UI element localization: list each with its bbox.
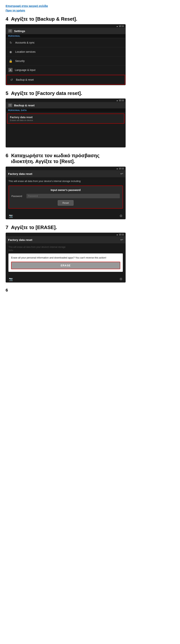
factory-reset-title-bar: Factory data reset ↩ xyxy=(6,170,126,177)
wifi-icon-6 xyxy=(116,167,118,170)
backup-title-icon: ☰ xyxy=(8,104,12,107)
step6-heading: 6 Καταχωρήστε τον κωδικό πρόσβασης ιδιοκ… xyxy=(6,153,174,164)
status-bar-7: 12:11 xyxy=(6,233,126,236)
settings-title-bar: ☰ Settings xyxy=(6,28,126,34)
menu-item-backup-wrapper: ↺ Backup & reset xyxy=(6,75,125,84)
location-icon: ◉ xyxy=(8,50,13,54)
factory-reset-title-bar-7: Factory data reset ↩ xyxy=(6,236,126,243)
step7-instruction: Αγγίξτε το [ERASE]. xyxy=(11,224,57,230)
settings-gear-icon-7[interactable]: ⚙ xyxy=(120,277,122,281)
settings-title: Settings xyxy=(14,30,25,33)
step5-heading: 5 Αγγίξτε το [Factory data reset]. xyxy=(6,90,174,96)
page-number: 6 xyxy=(6,288,174,293)
step4-number: 4 xyxy=(6,16,8,22)
menu-item-language[interactable]: A Language & input xyxy=(6,66,126,74)
erase-confirm-dialog: Erase all your personal information and … xyxy=(8,254,123,272)
step7-heading: 7 Αγγίξτε το [ERASE]. xyxy=(6,224,174,230)
menu-label-security: Security xyxy=(15,60,25,62)
factory-data-reset-item[interactable]: Factory data reset Erases all data on de… xyxy=(7,114,124,124)
step4-heading: 4 Αγγίξτε το [Backup & Reset]. xyxy=(6,16,174,22)
menu-item-location[interactable]: ◉ Location services xyxy=(6,47,126,56)
status-time-7: 12:11 xyxy=(119,233,124,236)
status-bar-4: 12:11 xyxy=(6,24,126,28)
factory-sub: Erases all data on device xyxy=(10,119,121,121)
erase-button[interactable]: ERASE xyxy=(12,262,120,269)
step6-body-text: This will erase all data from your devic… xyxy=(8,180,123,183)
settings-icon: ☰ xyxy=(8,29,12,33)
menu-item-security[interactable]: 🔒 Security xyxy=(6,56,126,66)
step6-instruction-line1: Καταχωρήστε τον κωδικό πρόσβασης xyxy=(11,153,100,158)
status-time-4: 12:11 xyxy=(119,25,124,27)
step7-screen: 12:11 Factory data reset ↩ This will era… xyxy=(6,232,126,282)
step6-number: 6 xyxy=(6,153,8,158)
section-label-personal-data: PERSONAL DATA xyxy=(6,108,126,112)
navigation-links: Επιστροφή στην αρχική σελίδα Πριν τη χρή… xyxy=(6,4,174,13)
menu-item-backup[interactable]: ↺ Backup & reset xyxy=(6,75,125,84)
menu-label-location: Location services xyxy=(15,50,36,53)
step5-instruction: Αγγίξτε το [Factory data reset]. xyxy=(11,90,82,96)
step7-number: 7 xyxy=(6,224,8,230)
step5-screen: 12:11 ☰ Backup & reset PERSONAL DATA Fac… xyxy=(6,98,126,148)
status-bar-5: 12:11 xyxy=(6,99,126,102)
step7-body: This will erase all data from your devic… xyxy=(6,243,126,276)
status-time-5: 12:11 xyxy=(119,99,124,102)
accounts-icon: ↻ xyxy=(8,40,13,45)
step6-body: This will erase all data from your devic… xyxy=(6,177,126,213)
step6-instruction-line2: ιδιοκτήτη. Αγγίξτε το [Rest]. xyxy=(11,158,75,164)
bottom-bar-7: 📷 ⚙ xyxy=(6,276,126,282)
home-link[interactable]: Επιστροφή στην αρχική σελίδα xyxy=(6,4,174,8)
backup-title: Backup & reset xyxy=(14,104,34,107)
factory-title: Factory data reset xyxy=(10,116,121,119)
camera-icon-7: 📷 xyxy=(9,277,13,281)
factory-reset-title: Factory data reset xyxy=(8,172,32,176)
step6-screen: 12:11 Factory data reset ↩ This will era… xyxy=(6,166,126,219)
menu-label-backup: Backup & reset xyxy=(16,78,34,81)
menu-label-accounts: Accounts & sync xyxy=(15,41,35,44)
step4-screen: 12:11 ☰ Settings PERSONAL ↻ Accounts & s… xyxy=(6,24,126,85)
section-label-personal: PERSONAL xyxy=(6,34,126,38)
step5-number: 5 xyxy=(6,90,8,96)
bottom-bar-6: 📷 ⚙ xyxy=(6,213,126,219)
language-icon: A xyxy=(8,68,12,72)
step7-bg-text-line1: This will erase all data from your devic… xyxy=(8,246,66,248)
status-time-6: 12:11 xyxy=(119,167,124,170)
password-input[interactable] xyxy=(26,194,120,198)
back-arrow-7[interactable]: ↩ xyxy=(120,238,123,242)
settings-gear-icon-6[interactable]: ⚙ xyxy=(120,214,122,218)
menu-item-accounts[interactable]: ↻ Accounts & sync xyxy=(6,38,126,47)
camera-icon-6: 📷 xyxy=(9,214,13,218)
wifi-icon-4 xyxy=(116,25,118,27)
step7-bg-text-line2: inclu xyxy=(8,249,13,252)
password-label: Password xyxy=(12,195,24,198)
backup-icon: ↺ xyxy=(9,78,14,82)
back-arrow-6[interactable]: ↩ xyxy=(120,172,123,176)
status-bar-6: 12:11 xyxy=(6,167,126,170)
wifi-icon-7 xyxy=(116,233,118,236)
password-row: Password xyxy=(12,194,120,198)
security-icon: 🔒 xyxy=(8,59,13,63)
menu-label-language: Language & input xyxy=(15,68,36,72)
wifi-icon-5 xyxy=(116,99,118,102)
step4-instruction: Αγγίξτε το [Backup & Reset]. xyxy=(11,16,77,22)
step7-bg-text: This will erase all data from your devic… xyxy=(8,246,123,252)
backup-title-bar: ☰ Backup & reset xyxy=(6,102,126,108)
screen5-empty xyxy=(6,125,126,147)
before-use-link[interactable]: Πριν τη χρήση xyxy=(6,8,174,13)
erase-button-wrapper: ERASE xyxy=(11,262,120,269)
dialog-title: Input owner's password xyxy=(12,188,120,192)
factory-reset-title-7: Factory data reset xyxy=(8,238,32,242)
confirm-text: Erase all your personal information and … xyxy=(11,256,120,260)
reset-button[interactable]: Reset xyxy=(58,200,74,206)
password-dialog: Input owner's password Password Reset xyxy=(8,186,123,208)
